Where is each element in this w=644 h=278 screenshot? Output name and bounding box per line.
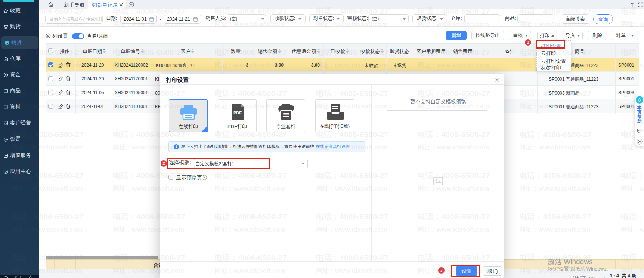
- svg-text:PDF: PDF: [233, 111, 242, 115]
